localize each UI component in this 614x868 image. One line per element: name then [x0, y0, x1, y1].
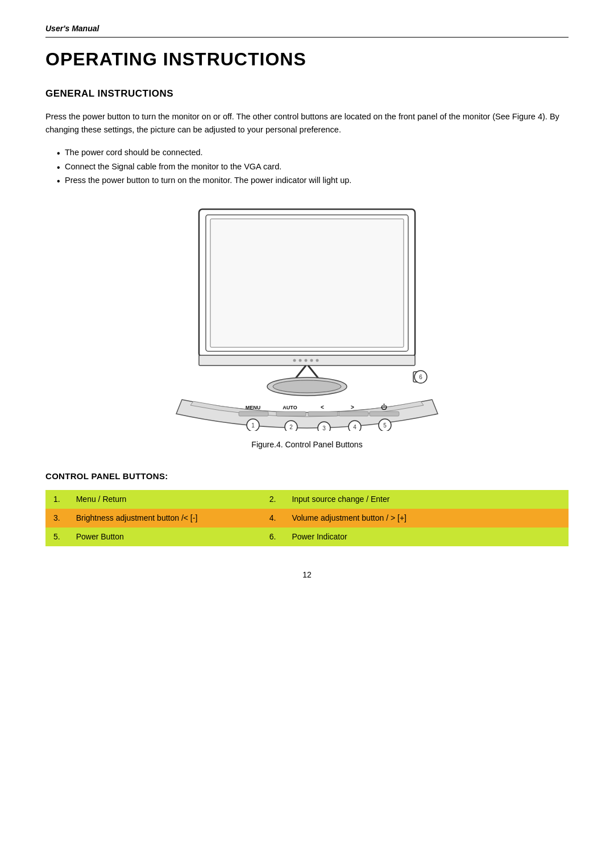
svg-rect-2 — [210, 219, 404, 347]
svg-rect-21 — [339, 412, 368, 416]
svg-rect-18 — [239, 412, 268, 416]
svg-text:2: 2 — [289, 424, 293, 430]
row3-num2: 6. — [262, 528, 284, 546]
control-panel-title: CONTROL PANEL BUTTONS: — [45, 470, 569, 483]
table-row: 1. Menu / Return 2. Input source change … — [45, 490, 569, 509]
svg-rect-22 — [370, 412, 399, 416]
table-row: 3. Brightness adjustment button /< [-] 4… — [45, 509, 569, 528]
row2-label2: Volume adjustment button / > [+] — [284, 509, 569, 528]
page-title: OPERATING INSTRUCTIONS — [45, 45, 569, 73]
row1-label2: Input source change / Enter — [284, 490, 569, 509]
svg-text:6: 6 — [419, 374, 422, 380]
svg-text:1: 1 — [251, 422, 255, 429]
svg-point-8 — [316, 359, 319, 362]
control-buttons-table: 1. Menu / Return 2. Input source change … — [45, 490, 569, 546]
svg-point-12 — [273, 380, 341, 393]
figure-caption: Figure.4. Control Panel Buttons — [251, 439, 362, 451]
bullet-item-2: Connect the Signal cable from the monito… — [57, 160, 569, 174]
bullet-item-3: Press the power button to turn on the mo… — [57, 173, 569, 188]
svg-point-4 — [293, 359, 296, 362]
svg-text:4: 4 — [353, 424, 356, 430]
body-paragraph: Press the power button to turn the monit… — [45, 110, 569, 136]
svg-rect-19 — [276, 412, 306, 416]
monitor-svg: MENU AUTO < > ⏻ 1 2 3 4 — [165, 203, 449, 431]
users-manual-label: User's Manual — [45, 23, 569, 35]
svg-text:5: 5 — [383, 422, 387, 429]
row3-label2: Power Indicator — [284, 528, 569, 546]
svg-text:⏻: ⏻ — [381, 404, 387, 410]
svg-point-7 — [310, 359, 313, 362]
svg-text:AUTO: AUTO — [283, 405, 297, 410]
svg-text:>: > — [351, 404, 354, 410]
row3-label1: Power Button — [68, 528, 262, 546]
row1-label1: Menu / Return — [68, 490, 262, 509]
section1-title: GENERAL INSTRUCTIONS — [45, 86, 569, 101]
row3-num1: 5. — [45, 528, 68, 546]
table-row: 5. Power Button 6. Power Indicator — [45, 528, 569, 546]
monitor-diagram: MENU AUTO < > ⏻ 1 2 3 4 — [45, 203, 569, 465]
row2-num1: 3. — [45, 509, 68, 528]
top-divider — [45, 37, 569, 38]
svg-text:MENU: MENU — [246, 405, 261, 410]
row2-num2: 4. — [262, 509, 284, 528]
page-number: 12 — [45, 569, 569, 581]
bullet-list: The power cord should be connected. Conn… — [45, 146, 569, 188]
svg-point-6 — [305, 359, 308, 362]
bullet-item-1: The power cord should be connected. — [57, 146, 569, 160]
svg-text:3: 3 — [322, 425, 326, 431]
row2-label1: Brightness adjustment button /< [-] — [68, 509, 262, 528]
row1-num1: 1. — [45, 490, 68, 509]
svg-rect-20 — [308, 412, 338, 416]
svg-text:<: < — [321, 404, 324, 410]
svg-point-5 — [299, 359, 302, 362]
row1-num2: 2. — [262, 490, 284, 509]
